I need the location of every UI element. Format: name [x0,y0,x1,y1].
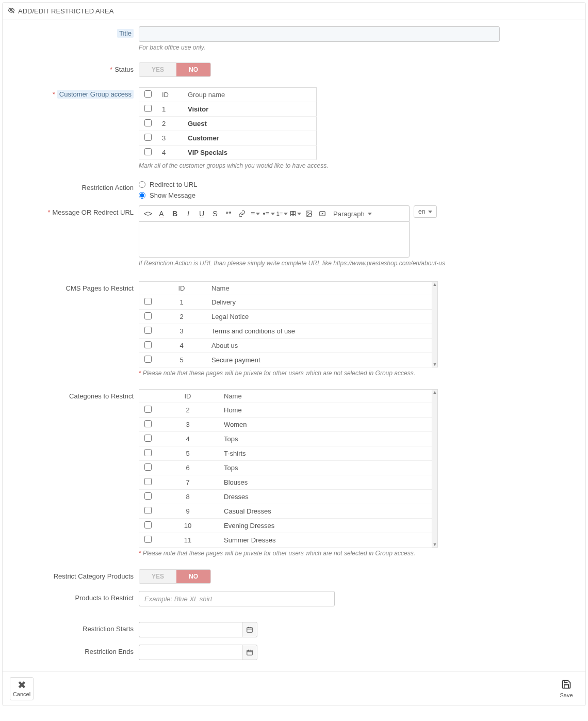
row-id: 8 [157,490,219,504]
table-row: 6Tops [139,461,433,475]
table-row: 3Customer [139,131,317,146]
underline-icon[interactable]: U [196,208,207,219]
row-name: Secure payment [206,353,433,367]
row-checkbox[interactable] [144,449,152,456]
row-name: Summer Dresses [219,533,433,548]
row-id: 6 [157,461,219,475]
row-id: 1 [157,295,206,310]
table-row: 5T-shirts [139,446,433,461]
editor-textarea[interactable] [139,221,410,258]
italic-icon[interactable]: I [183,208,194,219]
row-checkbox[interactable] [144,298,152,305]
cms-scrollbar[interactable]: ▲▼ [432,281,438,367]
row-name: Home [219,403,433,418]
close-icon: ✖ [18,680,26,690]
message-help: If Restriction Action is URL than please… [139,260,577,267]
row-checkbox[interactable] [144,406,152,413]
save-icon [561,679,571,691]
row-id: 1 [157,102,183,117]
row-name: T-shirts [219,446,433,461]
label-restrict-products-toggle: Restrict Category Products [54,572,134,580]
calendar-icon[interactable] [242,645,257,660]
cms-note: *Please note that these pages will be pr… [139,370,577,377]
col-id: ID [157,88,183,102]
row-checkbox[interactable] [144,341,152,348]
row-name: Evening Dresses [219,519,433,533]
products-input[interactable] [139,591,335,606]
row-id: 4 [157,432,219,446]
row-id: 7 [157,475,219,490]
radio-redirect[interactable]: Redirect to URL [139,181,577,188]
row-checkbox[interactable] [144,312,152,319]
title-input[interactable] [139,26,500,42]
table-row: 1Delivery [139,295,433,310]
row-checkbox[interactable] [144,536,152,543]
row-checkbox[interactable] [144,521,152,528]
row-checkbox[interactable] [144,463,152,471]
restrict-products-no-button[interactable]: NO [176,570,210,583]
categories-table: ID Name 2Home3Women4Tops5T-shirts6Tops7B… [139,389,433,548]
source-code-icon[interactable]: <> [142,208,154,219]
row-name: Visitor [183,102,317,117]
table-row: 3Terms and conditions of use [139,324,433,339]
row-checkbox[interactable] [144,492,152,500]
table-icon[interactable] [290,208,301,219]
restriction-ends-input[interactable] [139,645,242,660]
table-row: 2Guest [139,117,317,131]
numbered-list-icon[interactable]: 1≡ [276,208,288,219]
row-checkbox[interactable] [144,435,152,442]
paragraph-dropdown[interactable]: Paragraph [330,210,375,218]
language-dropdown[interactable]: en [414,205,437,218]
status-no-button[interactable]: NO [176,63,210,76]
table-row: 4VIP Specials [139,146,317,160]
row-id: 3 [157,418,219,432]
calendar-icon[interactable] [242,622,257,637]
row-checkbox[interactable] [144,507,152,514]
categories-scrollbar[interactable]: ▲▼ [432,389,438,548]
table-row: 9Casual Dresses [139,504,433,519]
row-name: VIP Specials [183,146,317,160]
bold-icon[interactable]: B [169,208,181,219]
label-group-access: Customer Group access [57,90,134,99]
bullet-list-icon[interactable]: •≡ [263,208,274,219]
row-checkbox[interactable] [144,148,152,155]
link-icon[interactable] [236,208,248,219]
row-checkbox[interactable] [144,119,152,126]
label-title: Title [117,29,134,38]
table-row: 7Blouses [139,475,433,490]
table-row: 4Tops [139,432,433,446]
svg-rect-2 [291,212,296,216]
table-row: 2Legal Notice [139,310,433,324]
label-cms: CMS Pages to Restrict [66,284,134,292]
restriction-starts-input[interactable] [139,622,242,637]
image-icon[interactable] [303,208,315,219]
group-select-all-checkbox[interactable] [144,90,152,98]
restrict-products-yes-button[interactable]: YES [139,570,176,583]
radio-message[interactable]: Show Message [139,191,577,199]
label-products: Products to Restrict [75,594,134,602]
text-color-icon[interactable]: A [156,208,167,219]
cms-table: ID Name 1Delivery2Legal Notice3Terms and… [139,281,433,367]
video-icon[interactable] [317,208,328,219]
strikethrough-icon[interactable]: S [209,208,221,219]
row-name: Casual Dresses [219,504,433,519]
status-yes-button[interactable]: YES [139,63,176,76]
row-checkbox[interactable] [144,134,152,141]
blockquote-icon[interactable]: ❝❞ [223,208,234,219]
align-icon[interactable]: ≡ [250,208,261,219]
row-id: 10 [157,519,219,533]
row-name: Dresses [219,490,433,504]
row-id: 4 [157,339,206,353]
svg-rect-11 [247,628,253,632]
save-button[interactable]: Save [554,677,578,700]
row-checkbox[interactable] [144,420,152,427]
col-name: Name [219,390,433,403]
row-name: Customer [183,131,317,146]
row-checkbox[interactable] [144,327,152,334]
cancel-button[interactable]: ✖ Cancel [10,677,34,700]
row-checkbox[interactable] [144,356,152,363]
eye-slash-icon [8,7,15,15]
row-checkbox[interactable] [144,105,152,112]
row-checkbox[interactable] [144,478,152,485]
table-row: 4About us [139,339,433,353]
